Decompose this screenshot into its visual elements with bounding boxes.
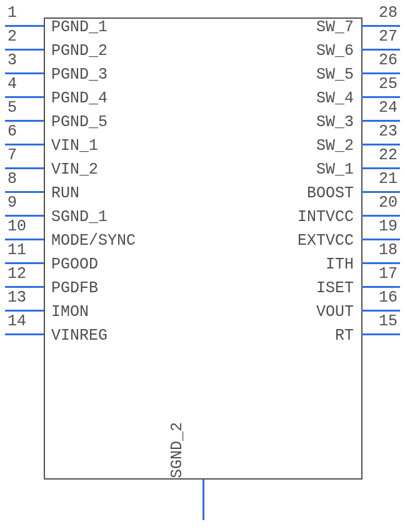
pin-wire (5, 49, 44, 51)
pin-wire (361, 286, 400, 288)
pin-number: 11 (8, 241, 26, 259)
pin-25: 25SW_4 (218, 87, 405, 110)
pin-label: SGND_2 (168, 422, 186, 478)
pin-wire (361, 191, 400, 193)
pin-label: PGND_1 (51, 18, 108, 36)
pin-8: 8RUN (0, 182, 188, 205)
pin-11: 11PGOOD (0, 254, 188, 276)
pin-22: 22SW_1 (218, 159, 405, 181)
pin-5: 5PGND_5 (0, 111, 188, 134)
pin-wire (5, 286, 44, 288)
pin-20: 20INTVCC (218, 206, 405, 229)
pin-number: 17 (379, 265, 398, 283)
pin-6: 6VIN_1 (0, 135, 188, 157)
pin-number: 8 (8, 170, 17, 188)
pin-number: 6 (8, 122, 17, 140)
pin-number: 21 (379, 170, 398, 188)
pin-9: 9SGND_1 (0, 206, 188, 229)
pin-number: 24 (379, 99, 398, 117)
pin-label: SW_7 (316, 18, 354, 36)
pin-number: 28 (379, 4, 398, 22)
pin-wire (361, 25, 400, 27)
pin-28: 28SW_7 (218, 16, 405, 39)
pin-16: 16VOUT (218, 301, 405, 323)
pin-number: 4 (8, 75, 17, 93)
pin-wire (361, 120, 400, 122)
pin-number: 26 (379, 51, 398, 69)
pin-label: RUN (51, 184, 79, 202)
pin-number: 27 (379, 27, 398, 46)
pin-number: 5 (8, 99, 17, 117)
pin-wire (202, 480, 204, 520)
pin-label: RT (335, 327, 354, 345)
pin-24: 24SW_3 (218, 111, 405, 134)
pin-21: 21BOOST (218, 182, 405, 205)
pin-14: 14VINREG (0, 325, 188, 347)
pin-wire (361, 144, 400, 145)
pin-label: ISET (316, 279, 354, 297)
pin-wire (361, 167, 400, 169)
pin-wire (5, 120, 44, 122)
pin-number: 9 (8, 194, 17, 212)
pin-2: 2PGND_2 (0, 40, 188, 62)
pin-label: VOUT (316, 303, 354, 321)
pin-23: 23SW_2 (218, 135, 405, 157)
pin-29: SGND_229 (0, 480, 405, 532)
pin-number: 1 (8, 4, 17, 22)
pin-17: 17ISET (218, 277, 405, 300)
pin-number: 7 (8, 146, 17, 164)
pin-wire (5, 215, 44, 217)
pin-13: 13IMON (0, 301, 188, 323)
pin-number: 2 (8, 27, 17, 46)
pin-number: 19 (379, 217, 398, 235)
pin-number: 12 (8, 265, 26, 283)
pin-wire (361, 239, 400, 240)
pin-label: EXTVCC (298, 232, 354, 250)
pin-label: SW_5 (316, 66, 354, 84)
pin-number: 20 (379, 194, 398, 212)
pin-label: PGND_2 (51, 42, 108, 60)
pin-wire (5, 262, 44, 264)
pin-wire (361, 262, 400, 264)
pin-wire (5, 333, 44, 335)
pin-label: VINREG (51, 327, 108, 345)
pin-label: SW_2 (316, 137, 354, 155)
pin-4: 4PGND_4 (0, 87, 188, 110)
pin-1: 1PGND_1 (0, 16, 188, 39)
pin-wire (5, 239, 44, 240)
pin-number: 14 (8, 312, 26, 330)
pin-15: 15RT (218, 325, 405, 347)
pin-label: PGND_5 (51, 113, 108, 131)
pin-number: 23 (379, 122, 398, 140)
pin-7: 7VIN_2 (0, 159, 188, 181)
pin-wire (5, 72, 44, 74)
pin-number: 3 (8, 51, 17, 69)
pin-number: 25 (379, 75, 398, 93)
pin-wire (361, 96, 400, 98)
pin-label: VIN_1 (51, 137, 98, 155)
pin-label: BOOST (307, 184, 354, 202)
pin-18: 18ITH (218, 254, 405, 276)
pin-label: INTVCC (298, 208, 354, 226)
pin-label: SW_4 (316, 89, 354, 107)
pin-19: 19EXTVCC (218, 230, 405, 252)
pin-wire (5, 96, 44, 98)
pin-number: 18 (379, 241, 398, 259)
pin-label: SGND_1 (51, 208, 108, 226)
pin-label: PGND_4 (51, 89, 108, 107)
pin-label: SW_6 (316, 42, 354, 60)
pin-label: PGOOD (51, 255, 98, 273)
pin-number: 13 (8, 288, 26, 307)
pin-label: VIN_2 (51, 160, 98, 179)
pin-number: 15 (379, 312, 398, 330)
pin-number: 22 (379, 146, 398, 164)
pin-3: 3PGND_3 (0, 64, 188, 86)
pin-label: PGDFB (51, 279, 98, 297)
pin-wire (5, 310, 44, 312)
pin-label: SW_3 (316, 113, 354, 131)
pin-10: 10MODE/SYNC (0, 230, 188, 252)
pin-wire (361, 49, 400, 51)
pin-wire (5, 191, 44, 193)
pin-wire (5, 144, 44, 145)
pin-label: ITH (326, 255, 354, 273)
